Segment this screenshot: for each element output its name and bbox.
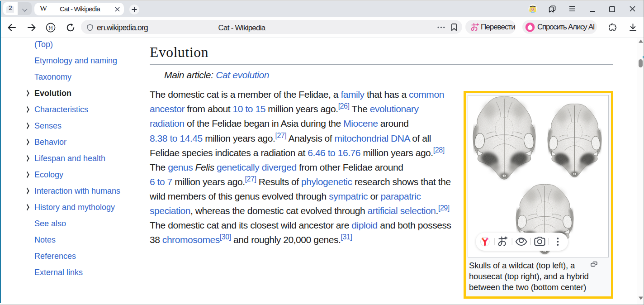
svg-text:Я: Я	[48, 24, 52, 31]
